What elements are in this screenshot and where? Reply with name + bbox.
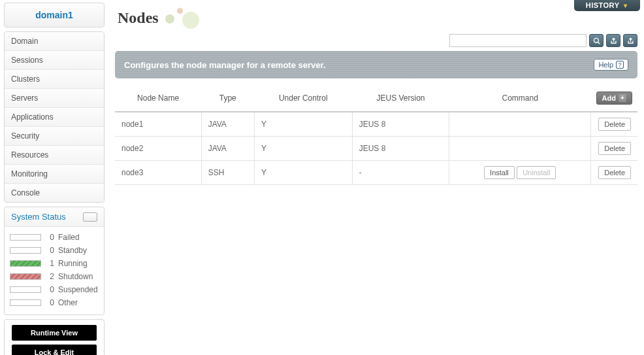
cell-node-name[interactable]: node2 — [115, 137, 201, 161]
description-text: Configures the node manager for a remote… — [124, 60, 325, 70]
runtime-view-button[interactable]: Runtime View — [12, 325, 97, 341]
status-label: Standby — [58, 246, 87, 255]
cell-under: Y — [254, 112, 352, 137]
uninstall-button[interactable]: Uninstall — [517, 166, 556, 179]
sidebar-item-sessions[interactable]: Sessions — [5, 51, 104, 70]
sidebar-item-resources[interactable]: Resources — [5, 146, 104, 165]
nodes-table: Node Name Type Under Control JEUS Versio… — [115, 85, 637, 185]
sidebar-item-console[interactable]: Console — [5, 184, 104, 202]
status-bar-icon — [10, 286, 41, 293]
search-input[interactable] — [449, 34, 587, 47]
status-bar-icon — [10, 247, 41, 254]
status-label: Running — [58, 259, 88, 268]
col-jeus-version: JEUS Version — [352, 85, 449, 112]
sidebar-item-clusters[interactable]: Clusters — [5, 70, 104, 89]
system-status-title: System Status — [11, 212, 66, 222]
status-row-other: 0 Other — [10, 296, 99, 309]
domain-title: domain1 — [4, 3, 105, 27]
col-node-name: Node Name — [115, 85, 201, 112]
table-row: node3 SSH Y - Install Uninstall Delete — [115, 161, 637, 185]
status-count: 1 — [45, 259, 54, 268]
table-row: node1 JAVA Y JEUS 8 Delete — [115, 112, 637, 137]
system-status-panel: System Status 0 Failed 0 Standby 1 Runn — [4, 207, 105, 315]
xml-icon — [627, 37, 634, 44]
sidebar-nav: Domain Sessions Clusters Servers Applica… — [4, 31, 105, 203]
status-row-shutdown: 2 Shutdown — [10, 270, 99, 283]
xml-button[interactable] — [623, 34, 637, 47]
table-row: node2 JAVA Y JEUS 8 Delete — [115, 137, 637, 161]
svg-point-0 — [594, 38, 598, 42]
cell-type: JAVA — [201, 137, 254, 161]
description-bar: Configures the node manager for a remote… — [115, 51, 637, 78]
status-bar-icon — [10, 273, 41, 280]
status-bar-icon — [10, 299, 41, 306]
cell-type: SSH — [201, 161, 254, 185]
add-button[interactable]: Add + — [596, 92, 632, 105]
sidebar-item-security[interactable]: Security — [5, 127, 104, 146]
cell-version: - — [352, 161, 449, 185]
help-button[interactable]: Help ? — [594, 59, 628, 71]
delete-button[interactable]: Delete — [598, 118, 631, 131]
status-count: 0 — [45, 246, 54, 255]
history-tab[interactable]: HISTORY ▾ — [574, 0, 640, 11]
export-button[interactable] — [606, 34, 620, 47]
delete-button[interactable]: Delete — [598, 142, 631, 155]
cell-under: Y — [254, 161, 352, 185]
cell-version: JEUS 8 — [352, 112, 449, 137]
sidebar-item-servers[interactable]: Servers — [5, 89, 104, 108]
cell-node-name[interactable]: node1 — [115, 112, 201, 137]
help-icon: ? — [616, 61, 624, 69]
chevron-down-icon: ▾ — [624, 2, 628, 9]
col-actions: Add + — [591, 85, 637, 112]
status-row-suspended: 0 Suspended — [10, 283, 99, 296]
cell-type: JAVA — [201, 112, 254, 137]
status-count: 0 — [45, 285, 54, 294]
cell-command: Install Uninstall — [449, 161, 591, 185]
history-label: HISTORY — [586, 1, 620, 9]
cell-command — [449, 137, 591, 161]
export-icon — [610, 37, 617, 44]
status-count: 0 — [45, 233, 54, 242]
install-button[interactable]: Install — [484, 166, 515, 179]
status-label: Suspended — [58, 285, 98, 294]
status-label: Shutdown — [58, 272, 93, 281]
status-row-running: 1 Running — [10, 257, 99, 270]
status-bar-icon — [10, 260, 41, 267]
system-status-header: System Status — [5, 207, 104, 227]
search-button[interactable] — [589, 34, 604, 47]
decorative-dots — [165, 8, 217, 27]
col-under-control: Under Control — [254, 85, 352, 112]
cell-version: JEUS 8 — [352, 137, 449, 161]
status-row-standby: 0 Standby — [10, 244, 99, 257]
cell-command — [449, 112, 591, 137]
plus-icon: + — [619, 94, 626, 102]
status-label: Other — [58, 298, 78, 307]
add-label: Add — [602, 94, 616, 102]
search-icon — [593, 37, 600, 44]
action-button-panel: Runtime View Lock & Edit — [4, 319, 105, 355]
col-type: Type — [201, 85, 254, 112]
status-row-failed: 0 Failed — [10, 231, 99, 244]
page-title: Nodes — [118, 9, 159, 27]
status-bar-icon — [10, 234, 41, 241]
sidebar-item-domain[interactable]: Domain — [5, 32, 104, 51]
cell-under: Y — [254, 137, 352, 161]
sidebar-item-monitoring[interactable]: Monitoring — [5, 165, 104, 184]
status-label: Failed — [58, 233, 80, 242]
svg-line-1 — [598, 42, 600, 44]
help-label: Help — [598, 61, 613, 69]
lock-edit-button[interactable]: Lock & Edit — [12, 345, 97, 355]
col-command: Command — [449, 85, 591, 112]
monitor-icon — [83, 212, 97, 222]
status-count: 0 — [45, 298, 54, 307]
cell-node-name[interactable]: node3 — [115, 161, 201, 185]
status-count: 2 — [45, 272, 54, 281]
sidebar-item-applications[interactable]: Applications — [5, 108, 104, 127]
delete-button[interactable]: Delete — [598, 166, 631, 179]
